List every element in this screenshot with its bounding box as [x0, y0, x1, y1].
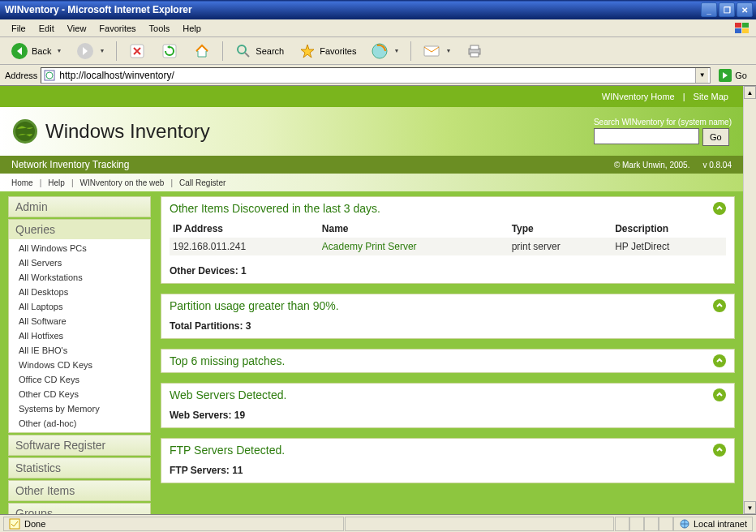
- sidebar-item-other-adhoc[interactable]: Other (ad-hoc): [9, 416, 150, 431]
- stop-button[interactable]: [122, 39, 152, 63]
- home-button[interactable]: [187, 39, 217, 63]
- vertical-scrollbar[interactable]: ▲ ▼: [743, 86, 756, 514]
- favorites-button-label: Favorites: [320, 46, 356, 56]
- status-done-label: Done: [24, 519, 45, 529]
- intranet-icon: [679, 518, 690, 530]
- nav-sitemap-link[interactable]: Site Map: [694, 92, 728, 101]
- mail-button[interactable]: ▼: [417, 39, 457, 63]
- copyright-text: © Mark Unwin, 2005.: [614, 161, 690, 169]
- svg-rect-12: [470, 45, 479, 49]
- mail-icon: [423, 42, 440, 60]
- svg-rect-10: [424, 46, 439, 56]
- forward-dropdown-icon[interactable]: ▼: [99, 48, 105, 54]
- scroll-up-icon[interactable]: ▲: [744, 86, 756, 99]
- panels: Other Items Discovered in the last 3 day…: [161, 196, 735, 514]
- menu-favorites[interactable]: Favorites: [92, 21, 142, 36]
- subnav-home[interactable]: Home: [11, 178, 33, 187]
- media-icon: [371, 42, 389, 60]
- subnav-web[interactable]: WINventory on the web: [79, 178, 164, 187]
- sidebar-item-all-hotfixes[interactable]: All Hotfixes: [9, 328, 150, 343]
- sidebar-item-all-workstations[interactable]: All Workstations: [9, 270, 150, 285]
- cell-name-link[interactable]: Academy Print Server: [319, 238, 509, 255]
- web-summary: Web Servers: 19: [161, 406, 734, 427]
- collapse-icon[interactable]: [713, 444, 726, 457]
- home-icon: [193, 42, 211, 60]
- print-button[interactable]: [460, 39, 489, 63]
- sidebar-item-all-ie-bho[interactable]: All IE BHO's: [9, 343, 150, 358]
- collapse-icon[interactable]: [713, 388, 726, 401]
- refresh-button[interactable]: [155, 39, 184, 63]
- back-button[interactable]: Back ▼: [5, 39, 67, 63]
- panel-ftp-title: FTP Servers Detected.: [170, 444, 713, 457]
- col-name: Name: [319, 220, 509, 238]
- media-dropdown-icon[interactable]: ▼: [393, 48, 399, 54]
- status-bar: Done Local intranet: [0, 514, 756, 532]
- url-dropdown-icon[interactable]: ▼: [695, 68, 708, 83]
- subtitle-bar: Network Inventory Tracking © Mark Unwin,…: [0, 156, 743, 174]
- sidebar-groups[interactable]: Groups: [9, 504, 150, 514]
- status-done: Done: [3, 517, 344, 531]
- sidebar-item-all-servers[interactable]: All Servers: [9, 255, 150, 270]
- collapse-icon[interactable]: [713, 354, 726, 367]
- favorites-button[interactable]: Favorites: [293, 39, 362, 63]
- nav-home-link[interactable]: WINventory Home: [602, 92, 675, 101]
- svg-rect-0: [735, 23, 741, 28]
- sidebar-item-all-software[interactable]: All Software: [9, 314, 150, 328]
- collapse-icon[interactable]: [713, 202, 726, 215]
- address-bar: Address ▼ Go: [0, 65, 756, 86]
- menu-view[interactable]: View: [61, 21, 93, 36]
- panel-partitions-title: Partition usage greater than 90%.: [170, 299, 713, 312]
- forward-button[interactable]: ▼: [71, 39, 110, 63]
- address-box[interactable]: ▼: [41, 67, 711, 84]
- scroll-down-icon[interactable]: ▼: [744, 501, 756, 514]
- sidebar-item-all-laptops[interactable]: All Laptops: [9, 299, 150, 314]
- status-spacer: [345, 517, 614, 531]
- page-title: Windows Inventory: [45, 120, 210, 143]
- panel-patches: Top 6 missing patches.: [161, 349, 735, 373]
- sidebar-item-windows-cd-keys[interactable]: Windows CD Keys: [9, 358, 150, 372]
- menu-tools[interactable]: Tools: [143, 21, 177, 36]
- globe-icon: [11, 118, 39, 145]
- search-input[interactable]: [594, 128, 699, 144]
- subnav-call[interactable]: Call Register: [179, 178, 226, 187]
- mail-dropdown-icon[interactable]: ▼: [445, 48, 451, 54]
- svg-point-18: [15, 122, 35, 141]
- menu-edit[interactable]: Edit: [32, 21, 61, 36]
- cell-type: print server: [509, 238, 612, 255]
- other-items-table: IP Address Name Type Description 192.168…: [170, 220, 726, 255]
- svg-point-8: [238, 45, 246, 54]
- sidebar-item-all-desktops[interactable]: All Desktops: [9, 285, 150, 299]
- panel-partitions: Partition usage greater than 90%. Total …: [161, 294, 735, 339]
- sidebar-other-items[interactable]: Other Items: [9, 481, 150, 500]
- back-dropdown-icon[interactable]: ▼: [56, 48, 62, 54]
- menu-help[interactable]: Help: [176, 21, 208, 36]
- svg-rect-1: [742, 23, 749, 28]
- sidebar-item-all-windows-pcs[interactable]: All Windows PCs: [9, 241, 150, 255]
- subtitle-text: Network Inventory Tracking: [11, 159, 614, 170]
- menu-file[interactable]: File: [5, 21, 32, 36]
- go-button[interactable]: Go: [714, 66, 751, 84]
- window-close-button[interactable]: ✕: [737, 2, 753, 17]
- sidebar-statistics[interactable]: Statistics: [9, 458, 150, 478]
- sidebar-queries-head[interactable]: Queries: [9, 220, 150, 239]
- version-text: v 0.8.04: [702, 161, 732, 169]
- sidebar-item-other-cd-keys[interactable]: Other CD Keys: [9, 387, 150, 401]
- sidebar-item-office-cd-keys[interactable]: Office CD Keys: [9, 372, 150, 387]
- media-button[interactable]: ▼: [365, 39, 405, 63]
- cell-desc: HP JetDirect: [612, 238, 726, 255]
- ftp-summary: FTP Servers: 11: [161, 461, 734, 483]
- star-icon: [299, 42, 316, 60]
- search-button[interactable]: Search: [229, 39, 290, 63]
- site-top-nav: WINventory Home | Site Map: [0, 86, 743, 107]
- window-minimize-button[interactable]: _: [701, 2, 717, 17]
- subnav-help[interactable]: Help: [48, 178, 65, 187]
- sidebar-admin[interactable]: Admin: [9, 197, 150, 217]
- url-input[interactable]: [56, 70, 695, 81]
- sidebar-software-register[interactable]: Software Register: [9, 435, 150, 455]
- sidebar-item-systems-by-memory[interactable]: Systems by Memory: [9, 401, 150, 416]
- window-restore-button[interactable]: ❐: [719, 2, 735, 17]
- collapse-icon[interactable]: [713, 299, 726, 312]
- search-go-button[interactable]: Go: [702, 128, 729, 146]
- svg-rect-2: [735, 28, 741, 33]
- go-icon: [718, 68, 732, 83]
